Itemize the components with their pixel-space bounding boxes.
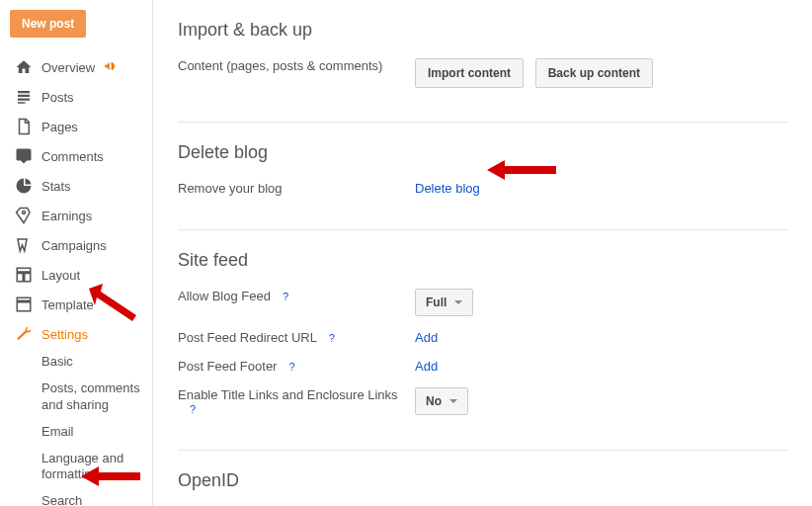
delete-blog-link[interactable]: Delete blog	[415, 181, 480, 196]
stats-icon	[14, 176, 34, 196]
import-content-button[interactable]: Import content	[415, 58, 524, 88]
sidebar-item-label: Pages	[41, 120, 78, 134]
sidebar-item-label: Template	[41, 297, 94, 312]
allow-feed-label: Allow Blog Feed	[178, 289, 271, 303]
template-icon	[14, 295, 34, 314]
sidebar-item-earnings[interactable]: Earnings	[10, 201, 152, 230]
import-label: Content (pages, posts & comments)	[178, 58, 415, 73]
sidebar-item-label: Overview	[41, 60, 95, 75]
sidebar-item-label: Layout	[41, 268, 80, 283]
wrench-icon	[14, 324, 34, 344]
sitefeed-title: Site feed	[178, 250, 787, 271]
allow-feed-dropdown[interactable]: Full	[415, 289, 473, 316]
import-backup-section: Import & back up Content (pages, posts &…	[178, 20, 787, 123]
sidebar-item-settings[interactable]: Settings	[10, 319, 152, 349]
sub-item-language[interactable]: Language and formatting	[38, 446, 152, 489]
sidebar-item-overview[interactable]: Overview	[10, 52, 152, 82]
sidebar-item-label: Earnings	[41, 209, 92, 223]
sidebar-item-label: Campaigns	[41, 238, 107, 253]
backup-content-button[interactable]: Back up content	[535, 58, 653, 88]
sidebar-item-label: Posts	[41, 90, 74, 105]
sidebar-item-pages[interactable]: Pages	[10, 112, 152, 141]
enclosure-dropdown[interactable]: No	[415, 387, 468, 415]
sidebar-item-label: Stats	[41, 179, 71, 194]
delete-label: Remove your blog	[178, 181, 415, 196]
sidebar-item-stats[interactable]: Stats	[10, 171, 152, 201]
sub-item-posts-comments[interactable]: Posts, comments and sharing	[38, 376, 152, 419]
sidebar-item-layout[interactable]: Layout	[10, 260, 152, 290]
sidebar-item-label: Settings	[41, 327, 88, 342]
help-icon[interactable]: ?	[279, 290, 292, 303]
pages-icon	[14, 117, 34, 136]
help-icon[interactable]: ?	[284, 360, 298, 374]
redirect-add-link[interactable]: Add	[415, 330, 438, 345]
import-title: Import & back up	[178, 20, 787, 41]
delete-title: Delete blog	[178, 142, 787, 163]
sidebar-item-comments[interactable]: Comments	[10, 141, 152, 171]
site-feed-section: Site feed Allow Blog Feed ? Full Post Fe…	[178, 250, 787, 451]
footer-add-link[interactable]: Add	[415, 359, 438, 374]
redirect-label: Post Feed Redirect URL	[178, 330, 317, 345]
openid-title: OpenID	[178, 470, 787, 491]
sub-item-email[interactable]: Email	[38, 419, 152, 446]
delete-blog-section: Delete blog Remove your blog Delete blog	[178, 142, 787, 230]
help-icon[interactable]: ?	[186, 402, 200, 416]
layout-icon	[14, 265, 34, 285]
sub-item-search-prefs[interactable]: Search preferences	[38, 488, 152, 506]
posts-icon	[14, 87, 34, 107]
sidebar-item-label: Comments	[41, 149, 104, 164]
sidebar-item-template[interactable]: Template	[10, 290, 152, 319]
megaphone-icon	[103, 59, 119, 76]
help-icon[interactable]: ?	[325, 331, 339, 345]
home-icon	[14, 57, 34, 77]
sidebar-item-campaigns[interactable]: Campaigns	[10, 230, 152, 260]
enclosure-label: Enable Title Links and Enclosure Links	[178, 387, 398, 402]
sub-item-basic[interactable]: Basic	[38, 349, 152, 376]
earnings-icon	[14, 206, 34, 225]
comments-icon	[14, 146, 34, 166]
campaigns-icon	[14, 235, 34, 255]
sidebar-item-posts[interactable]: Posts	[10, 82, 152, 112]
new-post-button[interactable]: New post	[10, 10, 86, 38]
footer-label: Post Feed Footer	[178, 359, 277, 374]
openid-section: OpenID Your OpenID URL ? http://ammarweb…	[178, 470, 787, 506]
